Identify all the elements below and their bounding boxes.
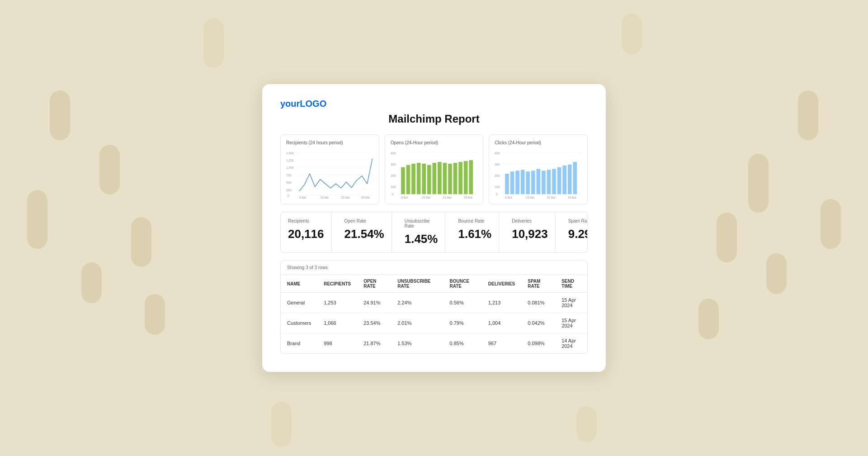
cell-bounce-rate: 0.85% [443, 333, 481, 354]
col-spam-rate: SPAM RATE [521, 275, 555, 293]
svg-text:750: 750 [286, 174, 291, 177]
svg-text:22 Apr: 22 Apr [443, 196, 452, 199]
cell-send-time: 15 Apr 2024 [555, 313, 587, 333]
cell-send-time: 15 Apr 2024 [555, 293, 587, 313]
svg-rect-69 [573, 162, 577, 194]
svg-text:200: 200 [391, 174, 396, 177]
svg-rect-29 [406, 165, 410, 195]
recipients-chart-container: 1,500 1,250 1,000 750 500 250 0 [286, 149, 373, 199]
svg-rect-38 [453, 163, 457, 194]
logo: yourLOGO [280, 99, 326, 109]
opens-chart-card: Opens (24-Hour period) 400 300 200 100 0 [385, 134, 484, 204]
cell-bounce-rate: 0.56% [443, 293, 481, 313]
svg-rect-60 [526, 171, 530, 194]
stat-deliveries-value: 10,923 [512, 227, 548, 241]
svg-rect-64 [547, 170, 551, 194]
col-open-rate: OPEN RATE [357, 275, 391, 293]
stat-recipients-value: 20,116 [288, 227, 324, 241]
table-showing-count: Showing 3 of 3 rows [281, 261, 587, 275]
stat-spam-rate-value: 9.29% [568, 227, 588, 241]
svg-text:8 Apr: 8 Apr [505, 196, 512, 199]
clicks-chart-card: Clicks (24-Hour period) 400 300 200 100 … [489, 134, 588, 204]
table-row: Customers 1,066 23.54% 2.01% 0.79% 1,004… [281, 313, 587, 333]
svg-rect-41 [469, 160, 473, 194]
stat-bounce-rate: Bounce Rate 1.61% [451, 212, 499, 252]
cell-spam-rate: 0.098% [521, 333, 555, 354]
svg-text:500: 500 [286, 181, 291, 184]
stat-unsubscribe-rate: Unsubscribe Rate 1.45% [397, 212, 446, 252]
stat-deliveries: Deliveries 10,923 [505, 212, 556, 252]
cell-name: General [281, 293, 317, 313]
svg-text:1,500: 1,500 [286, 152, 294, 155]
stat-bounce-rate-label: Bounce Rate [458, 218, 491, 223]
svg-rect-61 [531, 171, 535, 194]
clicks-chart-svg: 400 300 200 100 0 [495, 149, 582, 199]
svg-text:0: 0 [288, 194, 289, 197]
table-row: Brand 998 21.87% 1.53% 0.85% 967 0.098% … [281, 333, 587, 354]
svg-rect-59 [521, 170, 525, 194]
svg-rect-28 [401, 167, 405, 195]
svg-text:250: 250 [286, 189, 291, 192]
stat-unsubscribe-rate-label: Unsubscribe Rate [405, 218, 438, 228]
col-recipients: RECIPIENTS [317, 275, 357, 293]
cell-spam-rate: 0.081% [521, 293, 555, 313]
clicks-chart-title: Clicks (24-Hour period) [495, 140, 582, 145]
stats-row: Recipients 20,116 Open Rate 21.54% Unsub… [280, 212, 588, 253]
stat-recipients-label: Recipients [288, 218, 324, 223]
opens-chart-svg: 400 300 200 100 0 [391, 149, 478, 199]
cell-deliveries: 1,004 [482, 313, 521, 333]
stat-spam-rate-label: Spam Rate [568, 218, 588, 223]
opens-chart-container: 400 300 200 100 0 [391, 149, 478, 199]
opens-chart-title: Opens (24-Hour period) [391, 140, 478, 145]
cell-open-rate: 24.91% [357, 293, 391, 313]
cell-recipients: 1,253 [317, 293, 357, 313]
svg-text:0: 0 [392, 193, 394, 196]
svg-text:300: 300 [495, 163, 500, 166]
stat-open-rate-label: Open Rate [344, 218, 384, 223]
svg-text:100: 100 [391, 185, 396, 189]
cell-open-rate: 21.87% [357, 333, 391, 354]
svg-text:15 Apr: 15 Apr [422, 196, 431, 199]
svg-text:8 Apr: 8 Apr [299, 196, 307, 199]
svg-rect-40 [464, 161, 468, 194]
svg-rect-65 [552, 169, 557, 194]
svg-rect-35 [438, 162, 442, 194]
svg-rect-32 [422, 164, 426, 194]
cell-recipients: 998 [317, 333, 357, 354]
cell-spam-rate: 0.042% [521, 313, 555, 333]
cell-unsubscribe-rate: 2.01% [391, 313, 443, 333]
cell-unsubscribe-rate: 2.24% [391, 293, 443, 313]
charts-row: Recipients (24 hours period) 1,500 1,250… [280, 134, 588, 204]
svg-rect-31 [416, 163, 420, 194]
report-card: yourLOGO Mailchimp Report Recipients (24… [262, 84, 606, 372]
svg-text:100: 100 [495, 185, 500, 189]
stat-unsubscribe-rate-value: 1.45% [405, 232, 438, 246]
cell-open-rate: 23.54% [357, 313, 391, 333]
svg-rect-57 [510, 171, 514, 194]
svg-rect-67 [563, 166, 567, 195]
svg-text:29 Apr: 29 Apr [568, 196, 577, 199]
svg-text:22 Apr: 22 Apr [341, 196, 350, 199]
recipients-chart-svg: 1,500 1,250 1,000 750 500 250 0 [286, 149, 373, 199]
svg-text:400: 400 [495, 152, 500, 155]
svg-text:22 Apr: 22 Apr [547, 196, 556, 199]
stat-open-rate-value: 21.54% [344, 227, 384, 241]
col-send-time: SEND TIME [555, 275, 587, 293]
recipients-chart-card: Recipients (24 hours period) 1,500 1,250… [280, 134, 379, 204]
stat-open-rate: Open Rate 21.54% [337, 212, 392, 252]
report-title: Mailchimp Report [280, 113, 588, 125]
svg-rect-36 [443, 163, 447, 194]
col-unsubscribe-rate: UNSUBSCRIBE RATE [391, 275, 443, 293]
svg-text:400: 400 [391, 152, 396, 155]
stat-spam-rate: Spam Rate 9.29% [561, 212, 588, 252]
svg-rect-39 [458, 162, 462, 194]
svg-rect-63 [542, 171, 546, 194]
svg-rect-68 [568, 165, 572, 195]
logo-prefix: your [280, 99, 300, 109]
cell-deliveries: 1,213 [482, 293, 521, 313]
cell-send-time: 14 Apr 2024 [555, 333, 587, 354]
logo-area: yourLOGO [280, 99, 588, 109]
svg-text:300: 300 [391, 163, 396, 166]
cell-name: Customers [281, 313, 317, 333]
clicks-chart-container: 400 300 200 100 0 [495, 149, 582, 199]
